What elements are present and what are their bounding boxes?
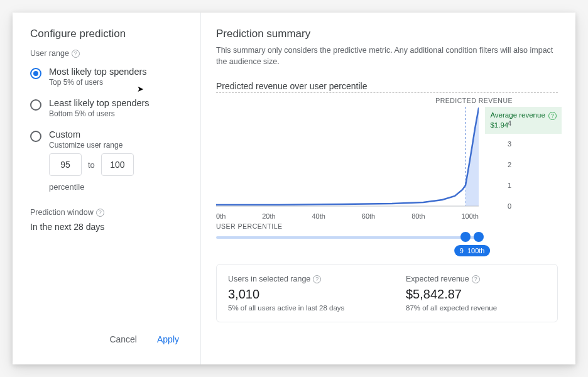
help-icon[interactable]: ? <box>96 209 104 217</box>
radio-most-likely[interactable]: Most likely top spenders Top 5% of users <box>30 67 185 87</box>
stat-users: Users in selected range ? 3,010 5% of al… <box>228 275 368 312</box>
x-axis-label: USER PERCENTILE <box>216 222 558 230</box>
radio-input[interactable] <box>30 68 41 79</box>
radio-input[interactable] <box>30 131 41 142</box>
percentile-label: percentile <box>49 182 185 192</box>
chart: PREDICTED REVENUE Average revenue ? $1.9… <box>216 98 558 217</box>
cancel-button[interactable]: Cancel <box>103 329 143 349</box>
configure-title: Configure prediction <box>30 28 185 40</box>
chart-title: Predicted revenue over user percentile <box>216 81 558 93</box>
radio-input[interactable] <box>30 99 41 111</box>
configure-pane: Configure prediction User range ? Most l… <box>13 13 201 364</box>
user-range-label: User range ? <box>30 49 185 58</box>
percentile-from-input[interactable] <box>49 153 82 176</box>
prediction-window-value: In the next 28 days <box>30 222 185 232</box>
prediction-window-label: Prediction window ? <box>30 208 185 217</box>
summary-desc: This summary only considers the predicti… <box>216 45 558 67</box>
summary-title: Prediction summary <box>216 28 558 40</box>
radio-custom[interactable]: Custom Customize user range <box>30 129 185 150</box>
average-revenue-badge: Average revenue ? $1.94 <box>485 107 562 134</box>
prediction-dialog: Configure prediction User range ? Most l… <box>13 13 575 364</box>
radio-least-likely[interactable]: Least likely top spenders Bottom 5% of u… <box>30 98 185 118</box>
apply-button[interactable]: Apply <box>151 329 185 349</box>
slider-handle-to[interactable] <box>474 232 484 242</box>
y-axis-label: PREDICTED REVENUE <box>435 97 513 104</box>
slider-handle-from[interactable] <box>460 232 471 242</box>
chart-svg <box>216 107 479 207</box>
help-icon[interactable]: ? <box>72 50 80 58</box>
slider-track <box>216 236 479 239</box>
help-icon[interactable]: ? <box>548 112 557 120</box>
percentile-to-input[interactable] <box>101 153 134 176</box>
to-label: to <box>88 160 95 170</box>
x-ticks: 0th 20th 40th 60th 80th 100th <box>216 212 479 220</box>
percentile-slider[interactable]: 9 100th <box>216 232 479 261</box>
custom-range-inputs: to <box>49 153 185 176</box>
slider-range-label: 9 100th <box>454 245 491 256</box>
help-icon[interactable]: ? <box>313 275 321 283</box>
dialog-actions: Cancel Apply <box>30 329 185 349</box>
help-icon[interactable]: ? <box>472 275 480 283</box>
summary-pane: Prediction summary This summary only con… <box>201 13 575 364</box>
stat-revenue: Expected revenue ? $5,842.87 87% of all … <box>406 275 546 312</box>
stats-box: Users in selected range ? 3,010 5% of al… <box>216 264 558 322</box>
